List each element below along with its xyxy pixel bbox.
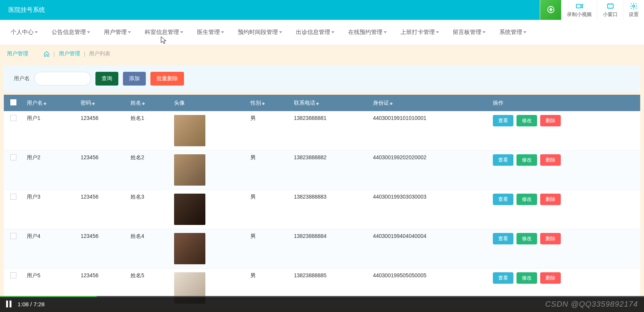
cell-phone: 13823888884 (290, 229, 369, 268)
svg-rect-2 (607, 4, 613, 8)
avatar (174, 194, 205, 225)
cell-name: 姓名4 (127, 229, 170, 268)
delete-button[interactable]: 删除 (540, 115, 561, 126)
record-video-button[interactable]: 录制小视频 (561, 0, 597, 20)
nav-doctor[interactable]: 医生管理 (190, 29, 231, 36)
view-button[interactable]: 查看 (493, 115, 513, 126)
edit-button[interactable]: 修改 (516, 233, 537, 244)
browser-tools: 录制小视频 小窗口 设置 (540, 0, 644, 20)
cell-idcard: 440300199404040004 (369, 229, 489, 268)
cell-gender: 男 (247, 150, 290, 190)
nav-booking[interactable]: 在线预约管理 (341, 29, 394, 36)
username-search-input[interactable] (34, 72, 91, 86)
table-row: 用户1 123456 姓名1 男 13823888881 44030019910… (4, 111, 640, 150)
col-password[interactable]: 密码◆ (77, 95, 127, 111)
chevron-down-icon (35, 31, 38, 33)
chevron-down-icon (523, 31, 526, 33)
search-panel: 用户名 查询 添加 批量删除 (4, 66, 640, 92)
cell-username: 用户4 (23, 229, 77, 268)
view-button[interactable]: 查看 (493, 233, 513, 244)
watermark: CSDN @QQ3359892174 (545, 300, 638, 308)
breadcrumb: 用户管理 | 用户管理 | 用户列表 (0, 45, 644, 63)
cell-username: 用户3 (23, 190, 77, 229)
nav-timeslot[interactable]: 预约时间段管理 (231, 29, 289, 36)
pause-button[interactable] (6, 301, 11, 307)
video-player-bar: 1:08 / 7:28 CSDN @QQ3359892174 (0, 296, 644, 308)
view-button[interactable]: 查看 (493, 154, 513, 166)
row-checkbox[interactable] (10, 115, 16, 121)
avatar (174, 233, 205, 264)
delete-button[interactable]: 删除 (540, 194, 561, 205)
row-checkbox[interactable] (10, 154, 16, 160)
chevron-down-icon (221, 31, 224, 33)
nav-user[interactable]: 用户管理 (97, 29, 138, 36)
chevron-down-icon (384, 31, 387, 33)
col-idcard[interactable]: 身份证◆ (369, 95, 489, 111)
progress-track[interactable] (0, 296, 644, 297)
row-checkbox[interactable] (10, 194, 16, 200)
nav-system[interactable]: 系统管理 (492, 29, 533, 36)
cell-gender: 男 (247, 111, 290, 150)
user-table: 用户名◆ 密码◆ 姓名◆ 头像 性别◆ 联系电话◆ 身份证◆ 操作 用户1 12… (4, 95, 640, 308)
nav-visit[interactable]: 出诊信息管理 (289, 29, 341, 36)
batch-delete-button[interactable]: 批量删除 (150, 72, 184, 86)
browser-e-icon[interactable] (540, 0, 561, 20)
col-phone[interactable]: 联系电话◆ (290, 95, 369, 111)
col-name[interactable]: 姓名◆ (127, 95, 170, 111)
view-button[interactable]: 查看 (493, 194, 513, 205)
cell-idcard: 440300199303030003 (369, 190, 489, 229)
row-checkbox[interactable] (10, 272, 16, 278)
table-row: 用户2 123456 姓名2 男 13823888882 44030019920… (4, 150, 640, 190)
chevron-down-icon (279, 31, 282, 33)
cell-name: 姓名2 (127, 150, 170, 190)
search-label: 用户名 (14, 75, 30, 82)
cell-gender: 男 (247, 229, 290, 268)
main-nav: 个人中心 公告信息管理 用户管理 科室信息管理 医生管理 预约时间段管理 出诊信… (0, 20, 644, 45)
delete-button[interactable]: 删除 (540, 272, 561, 284)
nav-personal[interactable]: 个人中心 (4, 29, 45, 36)
delete-button[interactable]: 删除 (540, 154, 561, 166)
home-icon[interactable] (44, 51, 50, 57)
small-window-button[interactable]: 小窗口 (597, 0, 623, 20)
progress-fill (0, 296, 97, 297)
breadcrumb-page: 用户列表 (89, 50, 110, 57)
chevron-down-icon (87, 31, 90, 33)
edit-button[interactable]: 修改 (516, 154, 537, 166)
chevron-down-icon (483, 31, 486, 33)
cell-idcard: 440300199101010001 (369, 111, 489, 150)
cell-username: 用户1 (23, 111, 77, 150)
view-button[interactable]: 查看 (493, 272, 513, 284)
edit-button[interactable]: 修改 (516, 115, 537, 126)
chevron-down-icon (436, 31, 439, 33)
select-all-checkbox[interactable] (10, 99, 16, 105)
col-gender[interactable]: 性别◆ (247, 95, 290, 111)
col-avatar: 头像 (170, 95, 247, 111)
chevron-down-icon (331, 31, 334, 33)
cell-name: 姓名3 (127, 190, 170, 229)
app-header: 医院挂号系统 录制小视频 小窗口 设置 (0, 0, 644, 20)
nav-notice[interactable]: 公告信息管理 (45, 29, 97, 36)
cell-password: 123456 (77, 229, 127, 268)
svg-point-3 (633, 5, 635, 7)
delete-button[interactable]: 删除 (540, 233, 561, 244)
search-button[interactable]: 查询 (95, 72, 118, 86)
nav-dept[interactable]: 科室信息管理 (138, 29, 190, 36)
settings-button[interactable]: 设置 (623, 0, 644, 20)
chevron-down-icon (180, 31, 183, 33)
cell-name: 姓名1 (127, 111, 170, 150)
col-username[interactable]: 用户名◆ (23, 95, 77, 111)
breadcrumb-link[interactable]: 用户管理 (59, 50, 80, 57)
breadcrumb-current: 用户管理 (7, 50, 28, 57)
edit-button[interactable]: 修改 (516, 194, 537, 205)
row-checkbox[interactable] (10, 233, 16, 239)
nav-message[interactable]: 留言板管理 (446, 29, 492, 36)
cell-password: 123456 (77, 111, 127, 150)
add-button[interactable]: 添加 (123, 72, 146, 86)
time-display: 1:08 / 7:28 (18, 301, 45, 307)
edit-button[interactable]: 修改 (516, 272, 537, 284)
cell-phone: 13823888881 (290, 111, 369, 150)
nav-clock[interactable]: 上班打卡管理 (394, 29, 446, 36)
table-row: 用户3 123456 姓名3 男 13823888883 44030019930… (4, 190, 640, 229)
cell-idcard: 440300199202020002 (369, 150, 489, 190)
avatar (174, 154, 205, 186)
